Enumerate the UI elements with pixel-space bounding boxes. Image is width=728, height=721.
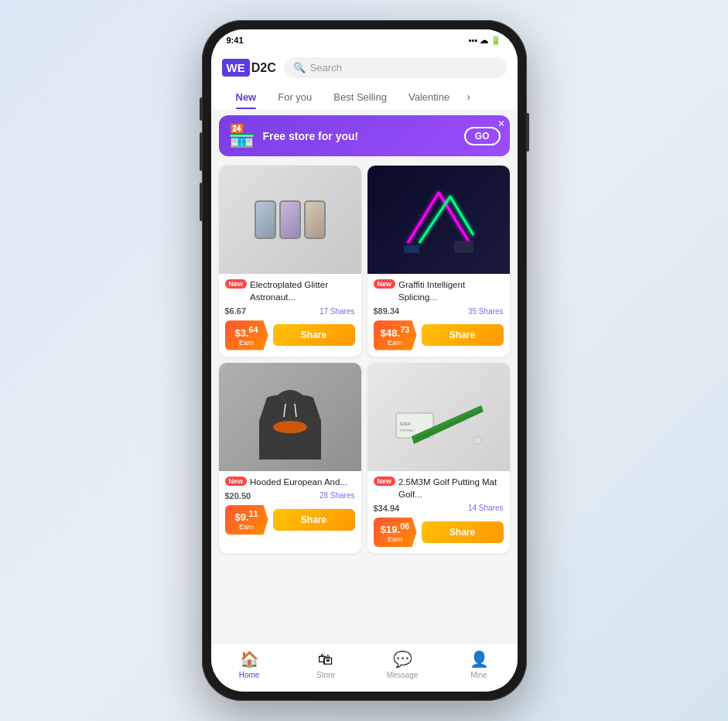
product-image-3 (219, 363, 361, 471)
nav-message-label: Message (387, 671, 419, 679)
product-image-4: GOLF PUTTING (367, 363, 510, 471)
tab-for-you[interactable]: For you (267, 85, 323, 109)
product-image-1 (219, 166, 361, 274)
logo: WE D2C (222, 59, 276, 77)
golf-svg: GOLF PUTTING (392, 367, 485, 467)
share-button-2[interactable]: Share (422, 324, 504, 346)
share-button-1[interactable]: Share (273, 324, 355, 346)
earn-label-3: Earn (231, 523, 262, 531)
tab-best-selling[interactable]: Best Selling (323, 85, 398, 109)
product-title-1: Electroplated Glitter Astronaut... (250, 278, 354, 303)
power-button (526, 113, 529, 152)
earn-label-2: Earn (380, 339, 411, 347)
svg-point-2 (273, 421, 307, 433)
nav-home[interactable]: 🏠 Home (211, 650, 288, 679)
earn-share-row-1: $3.64 Earn Share (225, 320, 355, 350)
bottom-nav: 🏠 Home 🛍 Store 💬 Message 👤 Mine (211, 643, 518, 692)
product-title-2: Graffiti Intelligent Splicing... (398, 278, 503, 303)
mute-button (200, 97, 203, 121)
original-price-4: $34.94 (374, 504, 400, 513)
earn-label-1: Earn (231, 339, 262, 347)
product-card-4[interactable]: GOLF PUTTING New 2.5 (367, 363, 510, 554)
product-title-row-2: New Graffiti Intelligent Splicing... (374, 278, 504, 303)
original-price-1: $6.67 (225, 306, 247, 316)
promo-banner[interactable]: 🏪 Free store for you! GO ✕ (219, 115, 510, 156)
mine-icon: 👤 (470, 650, 489, 668)
search-icon: 🔍 (293, 62, 306, 73)
promo-go-button[interactable]: GO (464, 127, 501, 145)
shares-2: 35 Shares (468, 307, 504, 316)
product-info-2: New Graffiti Intelligent Splicing... $89… (367, 274, 510, 357)
product-image-2 (367, 166, 510, 274)
product-info-1: New Electroplated Glitter Astronaut... $… (219, 274, 361, 357)
new-badge-2: New (374, 279, 396, 289)
tab-valentine[interactable]: Valentine (398, 85, 460, 109)
tab-new[interactable]: New (225, 85, 268, 109)
new-badge-3: New (225, 477, 248, 486)
volume-up-button (200, 132, 203, 171)
svg-text:GOLF: GOLF (400, 422, 411, 426)
new-badge-1: New (225, 279, 248, 289)
product-title-row-4: New 2.5M3M Golf Putting Mat Golf... (374, 476, 504, 501)
phone-cases-visual (255, 200, 326, 239)
svg-rect-1 (454, 241, 473, 253)
product-info-3: New Hooded European And... $20.50 28 Sha… (219, 471, 361, 541)
earn-share-row-4: $19.06 Earn Share (374, 518, 504, 547)
share-button-3[interactable]: Share (273, 509, 355, 531)
phone-frame: 9:41 ▪▪▪ ☁ 🔋 WE D2C 🔍 Search New (202, 20, 527, 701)
product-card-1[interactable]: New Electroplated Glitter Astronaut... $… (219, 166, 361, 357)
shares-4: 14 Shares (468, 504, 504, 512)
price-shares-3: $20.50 28 Shares (225, 491, 355, 501)
product-info-4: New 2.5M3M Golf Putting Mat Golf... $34.… (367, 471, 510, 554)
status-icons: ▪▪▪ ☁ 🔋 (469, 36, 502, 46)
nav-message[interactable]: 💬 Message (364, 650, 441, 679)
product-row-1: New Electroplated Glitter Astronaut... $… (219, 166, 510, 357)
phone-screen: 9:41 ▪▪▪ ☁ 🔋 WE D2C 🔍 Search New (211, 29, 518, 692)
shares-1: 17 Shares (320, 307, 355, 316)
earn-button-2[interactable]: $48.73 Earn (374, 320, 417, 350)
product-title-4: 2.5M3M Golf Putting Mat Golf... (398, 476, 503, 501)
earn-amount-3: $9.11 (234, 511, 258, 523)
earn-share-row-2: $48.73 Earn Share (374, 320, 504, 350)
nav-mine-label: Mine (470, 671, 487, 679)
status-bar: 9:41 ▪▪▪ ☁ 🔋 (211, 29, 518, 51)
hoodie-svg (251, 367, 329, 467)
earn-button-4[interactable]: $19.06 Earn (374, 518, 417, 547)
logo-d2c: D2C (251, 61, 276, 75)
nav-store-label: Store (316, 671, 335, 679)
product-card-2[interactable]: New Graffiti Intelligent Splicing... $89… (367, 166, 510, 357)
product-row-2: New Hooded European And... $20.50 28 Sha… (219, 363, 510, 554)
original-price-2: $89.34 (374, 306, 400, 316)
nav-mine[interactable]: 👤 Mine (441, 650, 518, 679)
message-icon: 💬 (393, 650, 412, 668)
earn-amount-4: $19.06 (381, 524, 409, 535)
header: WE D2C 🔍 Search New For you Best Selling (211, 51, 518, 109)
svg-text:PUTTING: PUTTING (400, 429, 414, 432)
volume-down-button (200, 183, 203, 221)
svg-rect-0 (404, 245, 419, 253)
tab-bar: New For you Best Selling Valentine › (222, 84, 507, 109)
price-shares-1: $6.67 17 Shares (225, 306, 355, 316)
product-grid: New Electroplated Glitter Astronaut... $… (211, 162, 518, 643)
product-title-row-3: New Hooded European And... (225, 476, 355, 488)
nav-home-label: Home (239, 671, 260, 679)
earn-button-1[interactable]: $3.64 Earn (225, 320, 268, 350)
product-card-3[interactable]: New Hooded European And... $20.50 28 Sha… (219, 363, 361, 554)
search-bar[interactable]: 🔍 Search (284, 57, 507, 78)
home-icon: 🏠 (240, 650, 259, 668)
original-price-3: $20.50 (225, 491, 251, 501)
logo-we: WE (222, 59, 250, 77)
nav-store[interactable]: 🛍 Store (288, 651, 364, 679)
tab-more-icon[interactable]: › (460, 84, 477, 109)
header-top: WE D2C 🔍 Search (222, 57, 507, 78)
earn-button-3[interactable]: $9.11 Earn (225, 505, 268, 535)
neon-light-svg (396, 185, 481, 255)
product-title-row-1: New Electroplated Glitter Astronaut... (225, 278, 355, 303)
price-shares-2: $89.34 35 Shares (374, 306, 504, 316)
earn-amount-1: $3.64 (234, 327, 258, 339)
promo-close-button[interactable]: ✕ (497, 118, 505, 129)
share-button-4[interactable]: Share (422, 521, 504, 543)
promo-text: Free store for you! (263, 130, 456, 142)
earn-amount-2: $48.73 (381, 327, 409, 339)
search-placeholder: Search (310, 62, 342, 73)
